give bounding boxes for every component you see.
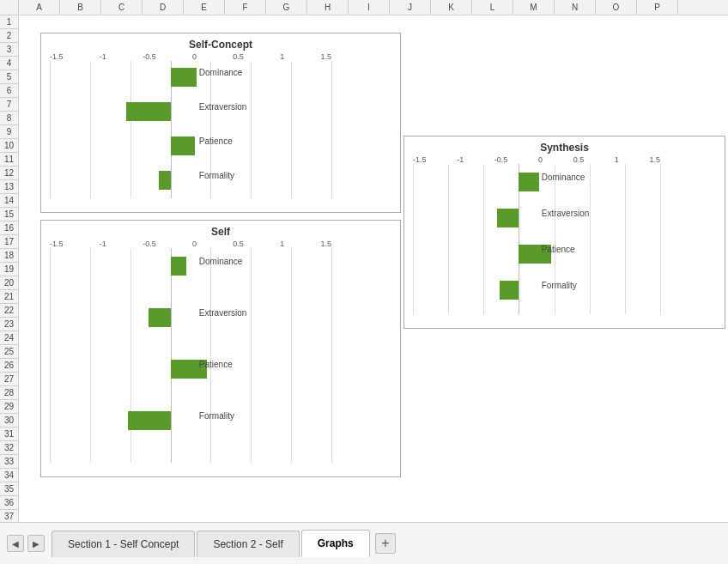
- self-chart: Self -1.5 -1 -0.5 0 0.5 1 1.5: [40, 220, 401, 477]
- row-num-32: 32: [0, 441, 18, 455]
- row-num-6: 6: [0, 84, 18, 98]
- col-header-l: L: [472, 0, 513, 15]
- synthesis-label-dominance: Dominance: [542, 173, 585, 182]
- self-concept-label-formality: Formality: [199, 171, 234, 180]
- synthesis-chart: Synthesis -1.5 -1 -0.5 0 0.5 1 1.5: [403, 136, 725, 329]
- tab-add-button[interactable]: +: [375, 533, 396, 554]
- col-header-c: C: [101, 0, 143, 15]
- synthesis-label-extraversion: Extraversion: [542, 209, 590, 218]
- row-num-37: 37: [0, 510, 18, 522]
- row-num-34: 34: [0, 469, 18, 482]
- tab-next-button[interactable]: ▶: [27, 535, 45, 552]
- synthesis-bars: Dominance Extraversion Patience Formalit…: [413, 164, 660, 314]
- column-headers: A B C D E F G H I J K L M N O P: [0, 0, 728, 15]
- self-concept-bars: Dominance Extraversion Patience Formalit…: [50, 61, 331, 198]
- row-num-29: 29: [0, 400, 18, 414]
- self-concept-label-patience: Patience: [199, 136, 233, 146]
- self-label-formality: Formality: [199, 411, 234, 421]
- row-num-15: 15: [0, 208, 18, 221]
- row-num-24: 24: [0, 331, 18, 345]
- row-num-27: 27: [0, 373, 18, 386]
- self-bar-extraversion: [149, 308, 171, 327]
- grid-content: /* drawn via JS below */ Self-Concept -1…: [19, 15, 728, 522]
- self-bar-formality: [128, 411, 170, 430]
- tab-section2[interactable]: Section 2 - Self: [197, 531, 299, 557]
- self-title: Self: [41, 221, 400, 240]
- col-header-d: D: [143, 0, 184, 15]
- row-num-11: 11: [0, 153, 18, 167]
- row-num-13: 13: [0, 180, 18, 194]
- row-num-4: 4: [0, 57, 18, 70]
- row-num-30: 30: [0, 414, 18, 428]
- row-num-26: 26: [0, 359, 18, 373]
- col-header-p: P: [637, 0, 678, 15]
- self-concept-bar-extraversion: [126, 102, 170, 121]
- col-header-e: E: [184, 0, 225, 15]
- row-numbers: 1234567891011121314151617181920212223242…: [0, 15, 19, 522]
- self-x-ticks: -1.5 -1 -0.5 0 0.5 1 1.5: [41, 240, 400, 248]
- synthesis-bar-dominance: [519, 173, 539, 191]
- row-num-20: 20: [0, 276, 18, 290]
- row-num-3: 3: [0, 43, 18, 57]
- self-concept-x-ticks: -1.5 -1 -0.5 0 0.5 1 1.5: [41, 52, 400, 61]
- synthesis-label-patience: Patience: [542, 245, 575, 254]
- row-num-8: 8: [0, 112, 18, 125]
- col-header-j: J: [390, 0, 431, 15]
- row-num-23: 23: [0, 318, 18, 331]
- row-num-1: 1: [0, 15, 18, 29]
- row-num-21: 21: [0, 290, 18, 304]
- self-concept-chart: Self-Concept -1.5 -1 -0.5 0 0.5 1 1.5: [40, 33, 401, 213]
- tab-graphs[interactable]: Graphs: [301, 530, 370, 557]
- tab-nav: ◀ ▶: [7, 535, 45, 552]
- col-header-o: O: [596, 0, 637, 15]
- row-num-28: 28: [0, 386, 18, 400]
- spreadsheet: A B C D E F G H I J K L M N O P 12345678…: [0, 0, 728, 522]
- tab-prev-button[interactable]: ◀: [7, 535, 24, 552]
- synthesis-title: Synthesis: [404, 136, 725, 155]
- self-concept-bar-dominance: [171, 68, 197, 87]
- row-num-16: 16: [0, 221, 18, 235]
- row-num-35: 35: [0, 482, 18, 496]
- tab-section1[interactable]: Section 1 - Self Concept: [52, 531, 195, 557]
- col-header-g: G: [266, 0, 307, 15]
- row-num-33: 33: [0, 455, 18, 469]
- col-header-n: N: [555, 0, 596, 15]
- self-concept-bar-patience: [171, 136, 195, 155]
- row-num-25: 25: [0, 345, 18, 359]
- col-header-b: B: [60, 0, 101, 15]
- row-num-5: 5: [0, 70, 18, 84]
- row-num-31: 31: [0, 428, 18, 441]
- row-num-22: 22: [0, 304, 18, 318]
- self-label-extraversion: Extraversion: [199, 308, 247, 318]
- row-num-12: 12: [0, 167, 18, 180]
- rows-area: 1234567891011121314151617181920212223242…: [0, 15, 728, 522]
- self-label-dominance: Dominance: [199, 257, 243, 266]
- col-header-k: K: [431, 0, 472, 15]
- self-concept-title: Self-Concept: [41, 33, 400, 52]
- row-num-18: 18: [0, 249, 18, 263]
- self-label-patience: Patience: [199, 360, 233, 369]
- col-header-h: H: [307, 0, 349, 15]
- synthesis-bar-formality: [500, 281, 519, 300]
- col-header-i: I: [349, 0, 390, 15]
- row-num-17: 17: [0, 235, 18, 249]
- self-concept-label-dominance: Dominance: [199, 68, 243, 77]
- synthesis-bar-extraversion: [497, 209, 519, 227]
- self-concept-bar-formality: [159, 171, 170, 190]
- synthesis-label-formality: Formality: [542, 281, 577, 290]
- row-num-2: 2: [0, 29, 18, 43]
- row-num-9: 9: [0, 125, 18, 139]
- self-bar-dominance: [171, 257, 187, 276]
- self-concept-label-extraversion: Extraversion: [199, 102, 247, 112]
- col-header-f: F: [225, 0, 266, 15]
- row-num-7: 7: [0, 98, 18, 112]
- corner-cell: [0, 0, 19, 15]
- col-header-m: M: [513, 0, 555, 15]
- row-num-36: 36: [0, 496, 18, 510]
- row-num-19: 19: [0, 263, 18, 276]
- row-num-14: 14: [0, 194, 18, 208]
- row-num-10: 10: [0, 139, 18, 153]
- col-header-a: A: [19, 0, 60, 15]
- synthesis-x-ticks: -1.5 -1 -0.5 0 0.5 1 1.5: [404, 155, 725, 164]
- tab-bar: ◀ ▶ Section 1 - Self Concept Section 2 -…: [0, 522, 728, 564]
